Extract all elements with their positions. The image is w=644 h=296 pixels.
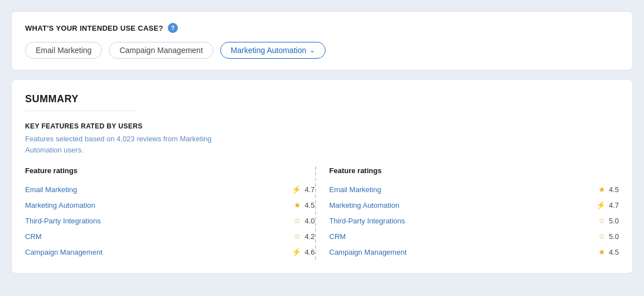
feature-rating: ⚡ 4.6 (292, 247, 314, 256)
use-case-question-text: WHAT'S YOUR INTENDED USE CASE? (25, 24, 163, 32)
chevron-down-icon: ⌄ (309, 46, 315, 54)
table-row: Email Marketing ⚡ 4.7 (25, 182, 315, 197)
feature-name[interactable]: CRM (330, 232, 346, 241)
help-icon[interactable]: ? (168, 23, 178, 33)
feature-rating: ⚡ 4.7 (292, 185, 314, 194)
use-case-question-row: WHAT'S YOUR INTENDED USE CASE? ? (25, 23, 619, 33)
table-row: Third-Party Integrations ☆ 5.0 (330, 213, 619, 228)
bolt-icon: ⚡ (292, 247, 301, 256)
feature-rating: ★ 4.5 (598, 247, 619, 256)
right-table-header: Feature ratings (330, 166, 619, 175)
feature-rating: ★ 4.5 (294, 200, 314, 209)
feature-name[interactable]: Third-Party Integrations (25, 217, 101, 225)
feature-tables: Feature ratings Email Marketing ⚡ 4.7 Ma… (25, 166, 619, 260)
summary-title: SUMMARY (25, 93, 619, 105)
table-row: Marketing Automation ★ 4.5 (25, 197, 315, 213)
feature-rating: ★ 4.5 (598, 185, 619, 194)
summary-card: SUMMARY KEY FEATURES RATED BY USERS Feat… (11, 79, 633, 274)
star-empty-icon: ☆ (598, 232, 606, 241)
table-row: CRM ☆ 5.0 (330, 228, 619, 244)
star-empty-icon: ☆ (294, 232, 301, 241)
feature-name[interactable]: Email Marketing (25, 185, 77, 194)
feature-table-left: Feature ratings Email Marketing ⚡ 4.7 Ma… (25, 166, 315, 260)
use-case-card: WHAT'S YOUR INTENDED USE CASE? ? Email M… (11, 11, 633, 70)
use-case-options: Email Marketing Campaign Management Mark… (25, 42, 619, 59)
feature-name[interactable]: Third-Party Integrations (330, 217, 405, 225)
feature-rating: ☆ 4.0 (294, 216, 314, 225)
feature-name[interactable]: Campaign Management (330, 248, 407, 256)
table-row: Campaign Management ⚡ 4.6 (25, 244, 315, 260)
table-row: Marketing Automation ⚡ 4.7 (330, 197, 619, 213)
feature-name[interactable]: CRM (25, 232, 42, 241)
star-full-icon: ★ (598, 247, 606, 256)
table-row: Email Marketing ★ 4.5 (330, 182, 619, 197)
feature-rating: ⚡ 4.7 (596, 200, 619, 209)
bolt-icon: ⚡ (596, 200, 606, 209)
reviews-description: Features selected based on 4,023 reviews… (25, 133, 215, 155)
feature-rating: ☆ 4.2 (294, 232, 314, 241)
feature-rating: ☆ 5.0 (598, 216, 619, 225)
feature-name[interactable]: Marketing Automation (25, 201, 95, 209)
star-full-icon: ★ (294, 200, 301, 209)
feature-table-right: Feature ratings Email Marketing ★ 4.5 Ma… (315, 166, 619, 260)
key-features-label: KEY FEATURES RATED BY USERS (25, 122, 619, 130)
star-empty-icon: ☆ (294, 216, 301, 225)
table-row: Third-Party Integrations ☆ 4.0 (25, 213, 315, 228)
feature-name[interactable]: Marketing Automation (330, 201, 400, 209)
star-empty-icon: ☆ (598, 216, 606, 225)
feature-rating: ☆ 5.0 (598, 232, 619, 241)
feature-name[interactable]: Campaign Management (25, 248, 103, 256)
table-row: Campaign Management ★ 4.5 (330, 244, 619, 260)
option-email-marketing[interactable]: Email Marketing (25, 42, 102, 59)
bolt-icon: ⚡ (292, 185, 301, 194)
star-full-icon: ★ (598, 185, 606, 194)
option-marketing-automation[interactable]: Marketing Automation ⌄ (220, 42, 326, 59)
option-campaign-management[interactable]: Campaign Management (109, 42, 213, 59)
table-row: CRM ☆ 4.2 (25, 228, 315, 244)
feature-name[interactable]: Email Marketing (330, 185, 381, 194)
left-table-header: Feature ratings (25, 166, 315, 175)
summary-divider (25, 111, 137, 111)
